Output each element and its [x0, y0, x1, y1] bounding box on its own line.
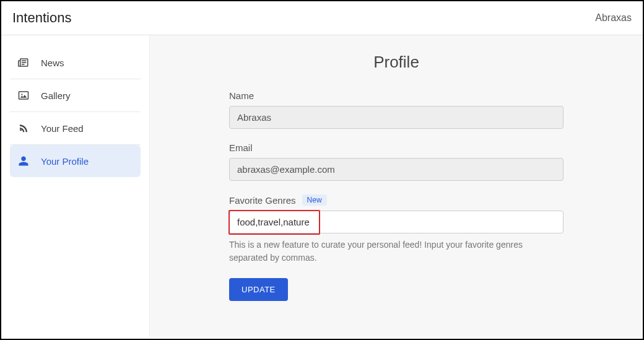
name-label: Name — [229, 90, 564, 101]
image-icon — [17, 89, 30, 102]
profile-form: Name Email Favorite Genres New This is a… — [229, 90, 564, 301]
genres-group: Favorite Genres New This is a new featur… — [229, 194, 564, 264]
page-title: Profile — [187, 53, 606, 72]
sidebar: News Gallery Your Feed Your Profile — [1, 35, 150, 337]
sidebar-item-label: Your Profile — [41, 156, 89, 167]
rss-icon — [17, 122, 30, 134]
email-label: Email — [229, 142, 564, 153]
update-button[interactable]: UPDATE — [229, 278, 288, 301]
app-title[interactable]: Intentions — [12, 10, 71, 26]
name-input[interactable] — [229, 106, 564, 129]
header: Intentions Abraxas — [1, 1, 643, 35]
sidebar-item-profile[interactable]: Your Profile — [10, 145, 141, 177]
sidebar-item-label: Gallery — [41, 90, 71, 101]
sidebar-item-feed[interactable]: Your Feed — [10, 112, 141, 145]
header-username[interactable]: Abraxas — [595, 12, 632, 24]
newspaper-icon — [17, 56, 30, 69]
name-group: Name — [229, 90, 564, 129]
sidebar-item-gallery[interactable]: Gallery — [10, 79, 141, 112]
genres-input[interactable] — [229, 211, 564, 233]
main-content: Profile Name Email Favorite Genres New — [150, 35, 643, 337]
email-group: Email — [229, 142, 564, 181]
email-input[interactable] — [229, 158, 564, 181]
sidebar-item-label: News — [41, 58, 64, 68]
sidebar-item-news[interactable]: News — [10, 46, 141, 79]
genres-help: This is a new feature to curate your per… — [229, 238, 564, 264]
genres-label: Favorite Genres — [229, 195, 296, 206]
new-badge: New — [302, 194, 327, 206]
sidebar-item-label: Your Feed — [41, 123, 84, 134]
user-icon — [17, 155, 30, 167]
